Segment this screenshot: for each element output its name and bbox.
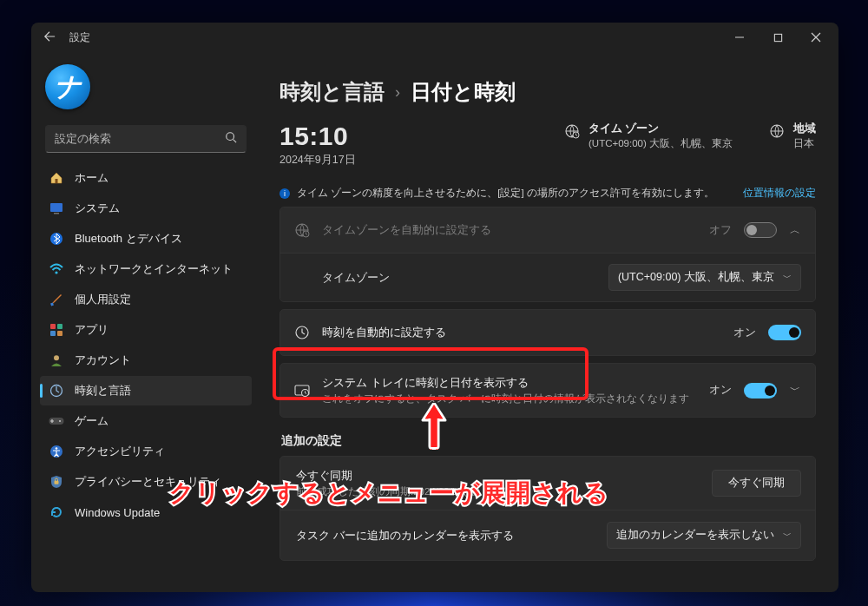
account-icon: [49, 352, 64, 368]
svg-point-1: [227, 133, 234, 141]
gamepad-icon: [49, 413, 64, 429]
additional-settings-heading: 追加の設定: [281, 433, 814, 449]
sync-row: 今すぐ同期 前回成功した時刻の同期:2024/09/07(土) 8:58:16 …: [280, 457, 815, 510]
sync-sub: 前回成功した時刻の同期:2024/09/07(土) 8:58:16: [296, 485, 700, 498]
close-button[interactable]: [797, 23, 835, 52]
breadcrumb-parent[interactable]: 時刻と言語: [279, 78, 385, 106]
maximize-button[interactable]: [759, 23, 797, 52]
brush-icon: [49, 292, 64, 307]
auto-time-label: 時刻を自動的に設定する: [322, 325, 721, 340]
bluetooth-icon: [49, 231, 64, 247]
sidebar-item-label: ゲーム: [75, 413, 108, 429]
svg-rect-2: [56, 179, 58, 183]
sidebar-item-home[interactable]: ホーム: [40, 163, 252, 193]
extra-calendar-select[interactable]: 追加のカレンダーを表示しない ﹀: [607, 522, 801, 549]
clock-globe-icon: [49, 383, 64, 399]
back-button[interactable]: [35, 30, 64, 45]
auto-timezone-toggle: [744, 222, 777, 238]
current-time: 15:10: [279, 122, 356, 151]
extra-calendar-row: タスク バーに追加のカレンダーを表示する 追加のカレンダーを表示しない ﹀: [280, 510, 815, 560]
auto-time-row[interactable]: 時刻を自動的に設定する オン: [280, 310, 815, 355]
svg-rect-0: [774, 34, 781, 41]
sidebar-item-personalize[interactable]: 個人用設定: [40, 285, 252, 314]
extra-calendar-label: タスク バーに追加のカレンダーを表示する: [296, 528, 595, 543]
search-input[interactable]: [55, 133, 225, 145]
system-icon: [49, 201, 64, 216]
current-date: 2024年9月17日: [279, 153, 356, 168]
app-title: 設定: [69, 30, 90, 45]
svg-rect-11: [57, 331, 62, 336]
info-text: タイム ゾーンの精度を向上させるために、[設定] の場所のアクセス許可を有効にし…: [297, 187, 714, 200]
sidebar-item-bluetooth[interactable]: Bluetooth とデバイス: [40, 224, 252, 254]
sidebar-item-accessibility[interactable]: アクセシビリティ: [40, 437, 252, 466]
auto-timezone-state: オフ: [709, 223, 732, 238]
chevron-down-icon: ﹀: [783, 272, 792, 284]
sidebar-item-time-language[interactable]: 時刻と言語: [40, 376, 252, 405]
globe-clock-icon: [294, 222, 310, 238]
sync-title: 今すぐ同期: [296, 468, 700, 484]
avatar-row[interactable]: ナ: [40, 59, 252, 122]
svg-rect-8: [50, 324, 56, 329]
auto-time-card: 時刻を自動的に設定する オン: [279, 309, 816, 356]
timezone-shortcut[interactable]: タイム ゾーン (UTC+09:00) 大阪、札幌、東京: [564, 122, 733, 150]
sidebar-item-windows-update[interactable]: Windows Update: [40, 497, 252, 527]
accessibility-icon: [49, 444, 64, 459]
sync-now-button[interactable]: 今すぐ同期: [712, 470, 801, 497]
auto-timezone-row: タイムゾーンを自動的に設定する オフ ︿: [280, 207, 815, 253]
sidebar-item-account[interactable]: アカウント: [40, 346, 252, 375]
additional-settings-card: 今すぐ同期 前回成功した時刻の同期:2024/09/07(土) 8:58:16 …: [279, 456, 816, 561]
wifi-icon: [49, 261, 64, 277]
sidebar-item-label: アクセシビリティ: [75, 444, 165, 459]
info-icon: i: [279, 188, 290, 199]
clock-block: 15:10 2024年9月17日: [279, 122, 356, 168]
header-row: 15:10 2024年9月17日 タイム ゾーン (UTC+09:00) 大阪、…: [279, 122, 816, 168]
timezone-subrow: タイムゾーン (UTC+09:00) 大阪、札幌、東京 ﹀: [280, 253, 815, 301]
extra-calendar-value: 追加のカレンダーを表示しない: [616, 528, 774, 543]
chevron-down-icon: ﹀: [783, 530, 792, 542]
titlebar: 設定: [31, 23, 838, 52]
sidebar-item-label: ネットワークとインターネット: [75, 261, 233, 277]
clock-icon: [294, 325, 310, 340]
sidebar-item-label: Windows Update: [75, 506, 160, 519]
svg-point-17: [56, 447, 58, 450]
sidebar-item-label: Bluetooth とデバイス: [75, 231, 182, 247]
update-icon: [49, 504, 64, 520]
sidebar-item-apps[interactable]: アプリ: [40, 315, 252, 345]
svg-rect-9: [57, 324, 62, 329]
sidebar-item-system[interactable]: システム: [40, 194, 252, 223]
sidebar-item-privacy[interactable]: プライバシーとセキュリティ: [40, 467, 252, 497]
timezone-select[interactable]: (UTC+09:00) 大阪、札幌、東京 ﹀: [608, 264, 801, 291]
svg-point-15: [59, 420, 61, 422]
systray-time-row[interactable]: システム トレイに時刻と日付を表示する これをオフにすると、タスク バーに時刻と…: [280, 364, 815, 417]
shield-icon: [49, 474, 64, 490]
systray-time-card: システム トレイに時刻と日付を表示する これをオフにすると、タスク バーに時刻と…: [279, 363, 816, 418]
sidebar-item-gaming[interactable]: ゲーム: [40, 406, 252, 436]
minimize-button[interactable]: [720, 23, 759, 52]
collapse-chevron-up-icon[interactable]: ︿: [789, 223, 801, 238]
auto-timezone-label: タイムゾーンを自動的に設定する: [322, 222, 697, 238]
breadcrumb-sep: ›: [395, 83, 400, 102]
sidebar-item-label: アカウント: [75, 352, 131, 368]
region-shortcut[interactable]: 地域 日本: [769, 122, 816, 150]
timezone-value: (UTC+09:00) 大阪、札幌、東京: [618, 270, 774, 285]
systray-toggle[interactable]: [744, 383, 777, 399]
sidebar-item-label: システム: [75, 201, 120, 216]
sidebar-item-network[interactable]: ネットワークとインターネット: [40, 254, 252, 284]
info-banner: i タイム ゾーンの精度を向上させるために、[設定] の場所のアクセス許可を有効…: [279, 187, 816, 200]
auto-time-toggle[interactable]: [768, 325, 801, 340]
timezone-label: タイムゾーン: [322, 270, 596, 286]
expand-chevron-down-icon[interactable]: ﹀: [789, 383, 801, 398]
tz-sub: (UTC+09:00) 大阪、札幌、東京: [589, 137, 733, 150]
home-icon: [49, 170, 64, 186]
systray-state: オン: [709, 383, 732, 398]
sidebar-item-label: プライバシーとセキュリティ: [75, 474, 221, 490]
svg-point-12: [54, 355, 59, 360]
auto-time-state: オン: [733, 326, 756, 340]
search-input-wrapper[interactable]: [45, 125, 247, 153]
svg-rect-3: [50, 203, 62, 212]
location-settings-link[interactable]: 位置情報の設定: [743, 187, 816, 200]
sidebar-item-label: アプリ: [75, 322, 108, 338]
breadcrumb: 時刻と言語 › 日付と時刻: [279, 52, 816, 106]
globe-clock-icon: [564, 123, 580, 142]
svg-point-6: [55, 271, 57, 273]
